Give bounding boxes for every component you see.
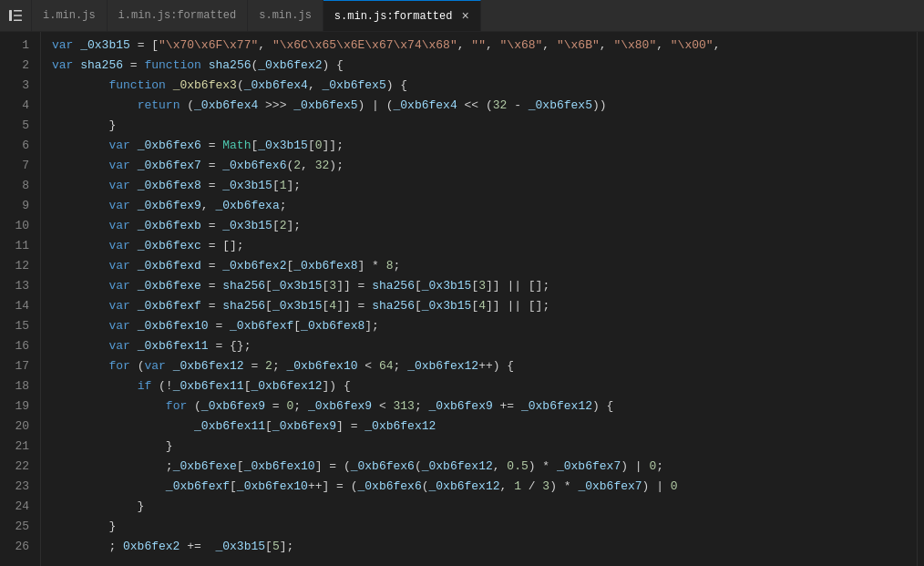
line-num-6: 6 — [0, 136, 29, 156]
code-line-22: ;_0xb6fexe[_0xb6fex10] = (_0xb6fex6(_0xb… — [52, 457, 917, 477]
line-num-24: 24 — [0, 497, 29, 517]
code-line-19: for (_0xb6fex9 = 0; _0xb6fex9 < 313; _0x… — [52, 396, 917, 417]
code-line-11: var _0xb6fexc = []; — [52, 236, 917, 256]
code-line-8: var _0xb6fex8 = _0x3b15[1]; — [52, 176, 917, 196]
line-num-18: 18 — [0, 376, 29, 396]
code-line-17: for (var _0xb6fex12 = 2; _0xb6fex10 < 64… — [52, 356, 917, 376]
code-line-12: var _0xb6fexd = _0xb6fex2[_0xb6fex8] * 8… — [52, 256, 917, 276]
line-num-19: 19 — [0, 396, 29, 417]
tab-label: s.min.js — [259, 9, 312, 22]
code-line-9: var _0xb6fex9, _0xb6fexa; — [52, 196, 917, 216]
tab-s-min-js[interactable]: s.min.js — [248, 0, 323, 31]
line-num-21: 21 — [0, 437, 29, 457]
code-line-21: } — [52, 437, 917, 457]
code-line-13: var _0xb6fexe = sha256[_0x3b15[3]] = sha… — [52, 276, 917, 296]
line-num-25: 25 — [0, 517, 29, 537]
code-line-4: return (_0xb6fex4 >>> _0xb6fex5) | (_0xb… — [52, 96, 917, 116]
line-num-13: 13 — [0, 276, 29, 296]
line-num-14: 14 — [0, 296, 29, 316]
code-line-10: var _0xb6fexb = _0x3b15[2]; — [52, 216, 917, 236]
svg-rect-3 — [14, 20, 22, 22]
line-num-7: 7 — [0, 156, 29, 176]
svg-rect-2 — [14, 15, 22, 16]
line-num-17: 17 — [0, 356, 29, 376]
code-line-1: var _0x3b15 = ["\x70\x6F\x77", "\x6C\x65… — [52, 36, 917, 56]
line-num-1: 1 — [0, 36, 29, 56]
line-num-16: 16 — [0, 336, 29, 356]
code-line-15: var _0xb6fex10 = _0xb6fexf[_0xb6fex8]; — [52, 316, 917, 336]
code-line-6: var _0xb6fex6 = Math[_0x3b15[0]]; — [52, 136, 917, 156]
tab-i-min-js-formatted[interactable]: i.min.js:formatted — [108, 0, 249, 31]
code-line-2: var sha256 = function sha256(_0xb6fex2) … — [52, 56, 917, 76]
tab-label: i.min.js:formatted — [118, 9, 237, 22]
tab-i-min-js[interactable]: i.min.js — [32, 0, 108, 31]
line-num-23: 23 — [0, 477, 29, 497]
line-num-9: 9 — [0, 196, 29, 216]
line-num-5: 5 — [0, 116, 29, 136]
tab-label: s.min.js:formatted — [334, 10, 453, 23]
line-numbers: 1 2 3 4 5 6 7 8 9 10 11 12 13 14 15 16 1… — [0, 32, 41, 566]
code-line-23: _0xb6fexf[_0xb6fex10++] = (_0xb6fex6(_0x… — [52, 477, 917, 497]
line-num-11: 11 — [0, 236, 29, 256]
line-num-4: 4 — [0, 96, 29, 116]
line-num-12: 12 — [0, 256, 29, 276]
tab-s-min-js-formatted[interactable]: s.min.js:formatted × — [323, 0, 481, 31]
line-num-8: 8 — [0, 176, 29, 196]
line-num-26: 26 — [0, 537, 29, 557]
line-num-3: 3 — [0, 76, 29, 96]
line-num-2: 2 — [0, 56, 29, 76]
tab-bar: i.min.js i.min.js:formatted s.min.js s.m… — [0, 0, 924, 32]
line-num-22: 22 — [0, 457, 29, 477]
code-line-18: if (!_0xb6fex11[_0xb6fex12]) { — [52, 376, 917, 396]
code-line-25: } — [52, 517, 917, 537]
tab-label: i.min.js — [43, 9, 96, 22]
line-num-10: 10 — [0, 216, 29, 236]
code-line-5: } — [52, 116, 917, 136]
editor-area: 1 2 3 4 5 6 7 8 9 10 11 12 13 14 15 16 1… — [0, 32, 924, 566]
code-line-16: var _0xb6fex11 = {}; — [52, 336, 917, 356]
code-line-14: var _0xb6fexf = sha256[_0x3b15[4]] = sha… — [52, 296, 917, 316]
svg-rect-0 — [9, 10, 12, 21]
code-line-24: } — [52, 497, 917, 517]
svg-rect-1 — [14, 10, 22, 12]
code-line-26: ; 0xb6fex2 += _0x3b15[5]; — [52, 537, 917, 557]
mini-map — [917, 32, 924, 566]
code-content[interactable]: var _0x3b15 = ["\x70\x6F\x77", "\x6C\x65… — [41, 32, 917, 566]
code-line-7: var _0xb6fex7 = _0xb6fex6(2, 32); — [52, 156, 917, 176]
code-line-3: function _0xb6fex3(_0xb6fex4, _0xb6fex5)… — [52, 76, 917, 96]
line-num-20: 20 — [0, 417, 29, 437]
code-line-20: _0xb6fex11[_0xb6fex9] = _0xb6fex12 — [52, 417, 917, 437]
sidebar-toggle-button[interactable] — [0, 0, 32, 31]
line-num-15: 15 — [0, 316, 29, 336]
close-icon[interactable]: × — [461, 10, 468, 23]
